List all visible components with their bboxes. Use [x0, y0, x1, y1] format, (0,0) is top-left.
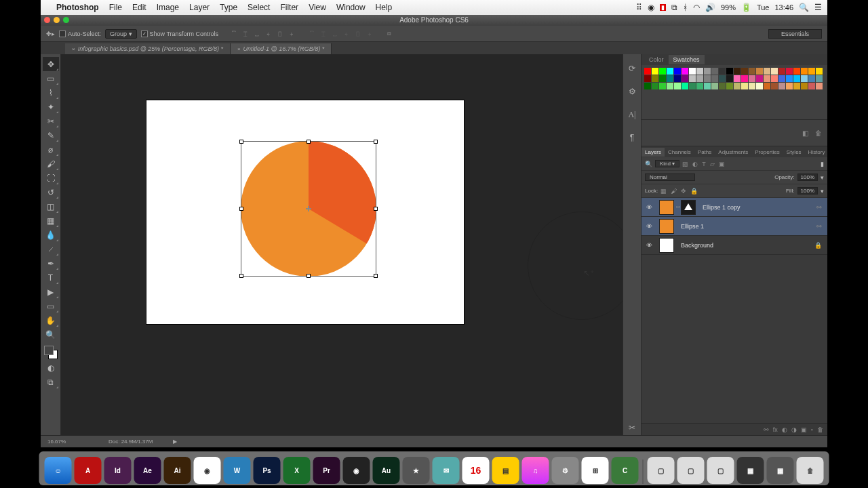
- canvas[interactable]: ↖⁺: [61, 54, 623, 435]
- swatch[interactable]: [771, 75, 778, 82]
- dock-word[interactable]: W: [224, 457, 251, 484]
- swatch[interactable]: [726, 68, 733, 75]
- dock-recent[interactable]: ▦: [767, 457, 794, 484]
- swatch[interactable]: [756, 75, 763, 82]
- character-panel-icon[interactable]: A|: [625, 107, 639, 122]
- swatch[interactable]: [682, 68, 688, 75]
- new-fill-icon[interactable]: ◑: [791, 426, 797, 433]
- swatch[interactable]: [741, 83, 748, 89]
- layer-thumbnail[interactable]: [659, 238, 674, 253]
- layer-mask-icon[interactable]: ◐: [782, 426, 787, 433]
- swatch[interactable]: [704, 83, 711, 89]
- dock-folder[interactable]: ▢: [648, 457, 675, 484]
- auto-select-dropdown[interactable]: Group ▾: [105, 29, 137, 39]
- swatch[interactable]: [711, 75, 718, 82]
- minimize-button[interactable]: [54, 17, 60, 23]
- history-brush-tool[interactable]: ↺: [43, 185, 59, 199]
- swatch[interactable]: [711, 68, 718, 75]
- path-select-tool[interactable]: ▶: [43, 285, 59, 299]
- swatch[interactable]: [771, 68, 778, 75]
- tab-infographic[interactable]: ×Infographic basics.psd @ 25% (Percentag…: [65, 43, 231, 54]
- swatch[interactable]: [696, 75, 703, 82]
- filter-adjust-icon[interactable]: ◐: [692, 161, 698, 167]
- delete-layer-icon[interactable]: 🗑: [817, 426, 823, 433]
- lock-all-icon[interactable]: 🔒: [690, 188, 698, 195]
- status-volume-icon[interactable]: 🔊: [705, 3, 715, 12]
- swatch[interactable]: [644, 68, 651, 75]
- swatch[interactable]: [734, 83, 741, 89]
- swatch[interactable]: [719, 83, 726, 89]
- status-cc-icon[interactable]: ◉: [648, 3, 654, 12]
- swatch[interactable]: [741, 68, 748, 75]
- color-swatches[interactable]: [43, 344, 59, 361]
- eyedropper-tool[interactable]: ✎: [43, 128, 59, 142]
- move-tool[interactable]: ✥: [43, 57, 59, 71]
- opacity-dropdown-icon[interactable]: ▾: [821, 174, 824, 181]
- close-button[interactable]: [44, 17, 50, 23]
- swatch[interactable]: [689, 68, 696, 75]
- swatch[interactable]: [749, 83, 755, 89]
- menu-type[interactable]: Type: [220, 3, 237, 12]
- link-layers-icon[interactable]: ⚯: [764, 426, 769, 433]
- align-right-icon[interactable]: ⍆: [285, 28, 296, 39]
- blur-tool[interactable]: 💧: [43, 228, 59, 242]
- status-extensions-icon[interactable]: ⠿: [636, 3, 642, 12]
- swatch[interactable]: [756, 68, 763, 75]
- menu-layer[interactable]: Layer: [189, 3, 210, 12]
- swatch[interactable]: [674, 68, 681, 75]
- transform-handle[interactable]: [307, 140, 311, 144]
- dock-camtasia[interactable]: C: [612, 457, 639, 484]
- swatch-grid[interactable]: [644, 68, 825, 89]
- swatch[interactable]: [793, 68, 800, 75]
- type-tool[interactable]: T: [43, 270, 59, 285]
- swatch[interactable]: [801, 83, 808, 89]
- visibility-toggle-icon[interactable]: 👁: [644, 222, 654, 231]
- dock-illustrator[interactable]: Ai: [164, 457, 191, 484]
- tab-adjustments[interactable]: Adjustments: [715, 148, 751, 157]
- tab-paths[interactable]: Paths: [694, 148, 715, 157]
- swatch[interactable]: [667, 68, 673, 75]
- status-adobe-icon[interactable]: ▮: [660, 4, 666, 11]
- align-left-icon[interactable]: ⍅: [262, 28, 273, 39]
- transform-bbox[interactable]: [241, 141, 376, 277]
- dock-settings[interactable]: ⚙: [552, 457, 579, 484]
- swatch[interactable]: [726, 83, 733, 89]
- notification-center-icon[interactable]: ☰: [814, 3, 822, 12]
- trash-icon[interactable]: 🗑: [814, 128, 823, 138]
- dock-imovie[interactable]: ★: [403, 457, 430, 484]
- transform-handle[interactable]: [374, 140, 378, 144]
- transform-controls-checkbox[interactable]: ✓Show Transform Controls: [141, 30, 219, 37]
- new-layer-icon[interactable]: ▫: [811, 426, 813, 433]
- menu-window[interactable]: Window: [336, 3, 366, 12]
- swatch[interactable]: [726, 75, 733, 82]
- dodge-tool[interactable]: ⟋: [43, 242, 59, 256]
- status-wifi-icon[interactable]: ◠: [693, 3, 700, 12]
- filter-smart-icon[interactable]: ▣: [719, 161, 725, 167]
- zoom-tool[interactable]: 🔍: [43, 327, 59, 342]
- swatch[interactable]: [786, 68, 793, 75]
- swatch[interactable]: [682, 83, 688, 89]
- layer-row[interactable]: 👁⚯Ellipse 1 copy⚯: [642, 198, 827, 217]
- workspace-selector[interactable]: Essentials: [768, 29, 822, 39]
- swatch[interactable]: [644, 75, 651, 82]
- blend-mode-dropdown[interactable]: Normal: [645, 174, 695, 181]
- align-top-icon[interactable]: ⎴: [228, 28, 239, 39]
- mask-link-icon[interactable]: ⚯: [675, 200, 681, 215]
- fill-value[interactable]: 100%: [797, 187, 818, 195]
- swatch[interactable]: [764, 75, 770, 82]
- transform-handle[interactable]: [239, 274, 243, 278]
- 3d-mode-icon[interactable]: ⧈: [384, 28, 395, 39]
- layer-name[interactable]: Background: [681, 242, 713, 249]
- swatch[interactable]: [682, 75, 688, 82]
- swatch[interactable]: [793, 75, 800, 82]
- lock-position-icon[interactable]: ✥: [681, 188, 686, 195]
- history-panel-icon[interactable]: ⟳: [625, 61, 639, 76]
- crop-tool[interactable]: ✂: [43, 114, 59, 128]
- transform-handle[interactable]: [239, 207, 243, 211]
- swatch[interactable]: [816, 68, 823, 75]
- swatch[interactable]: [816, 83, 823, 89]
- dock-audition[interactable]: Au: [373, 457, 400, 484]
- pen-tool[interactable]: ✒: [43, 256, 59, 270]
- status-bluetooth-icon[interactable]: ᚼ: [683, 3, 688, 12]
- tab-untitled[interactable]: ×Untitled-1 @ 16.7% (RGB/8) *: [231, 43, 332, 54]
